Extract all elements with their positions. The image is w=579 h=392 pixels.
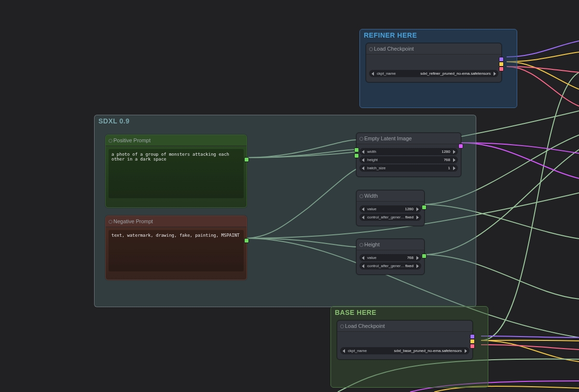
output-port-clip[interactable] [499,62,504,67]
output-port-latent[interactable] [458,144,463,149]
param-ckpt-name[interactable]: ckpt_name sdxl_refiner_pruned_no-ema.saf… [369,70,498,77]
group-sdxl[interactable]: SDXL 0.9 Positive Prompt a photo of a gr… [94,115,476,307]
group-refiner[interactable]: REFINER HERE Load Checkpoint ckpt_name s… [359,29,517,108]
node-graph-canvas[interactable]: REFINER HERE Load Checkpoint ckpt_name s… [0,0,579,392]
node-title: Empty Latent Image [357,133,461,144]
param-value[interactable]: value768 [359,254,421,261]
group-title-sdxl: SDXL 0.9 [98,117,129,125]
param-value[interactable]: value1280 [359,205,421,213]
param-ckpt-name[interactable]: ckpt_name sdxl_base_pruned_no-ema.safete… [340,347,469,354]
input-port[interactable] [354,148,359,152]
node-positive-prompt[interactable]: Positive Prompt a photo of a group of mo… [105,135,247,208]
group-title-refiner: REFINER HERE [364,31,417,39]
node-title: Load Checkpoint [366,43,501,54]
node-title: Width [357,190,424,202]
output-port-int[interactable] [422,205,427,210]
group-title-base: BASE HERE [335,309,376,316]
node-empty-latent-image[interactable]: Empty Latent Image width1280 height768 b… [356,133,461,177]
prompt-text[interactable]: a photo of a group of monsters attacking… [109,149,244,198]
node-negative-prompt[interactable]: Negative Prompt text, watermark, drawing… [105,216,247,280]
node-width[interactable]: Width value1280 control_after_generatefi… [356,190,425,226]
output-port-conditioning[interactable] [244,157,249,162]
output-port-vae[interactable] [499,67,504,71]
node-title: Negative Prompt [106,216,247,227]
output-port-model[interactable] [470,334,475,339]
param-control-after-generate[interactable]: control_after_generatefixed [359,214,421,221]
node-load-checkpoint-base[interactable]: Load Checkpoint ckpt_name sdxl_base_prun… [337,320,473,360]
node-title: Load Checkpoint [337,321,472,332]
param-control-after-generate[interactable]: control_after_generatefixed [359,262,421,270]
input-port[interactable] [354,153,359,158]
node-load-checkpoint-refiner[interactable]: Load Checkpoint ckpt_name sdxl_refiner_p… [366,43,502,82]
node-title: Positive Prompt [106,135,247,146]
prompt-text[interactable]: text, watermark, drawing, fake, painting… [109,230,244,271]
group-base[interactable]: BASE HERE Load Checkpoint ckpt_name sdxl… [331,306,488,388]
output-port-int[interactable] [422,254,427,258]
output-port-clip[interactable] [470,339,475,344]
output-port-conditioning[interactable] [244,238,249,243]
node-height[interactable]: Height value768 control_after_generatefi… [356,239,425,275]
output-port-model[interactable] [499,57,504,62]
param-width[interactable]: width1280 [359,148,458,155]
output-port-vae[interactable] [470,344,475,349]
param-height[interactable]: height768 [359,156,458,163]
node-title: Height [357,239,424,250]
param-batch-size[interactable]: batch_size1 [359,164,458,172]
